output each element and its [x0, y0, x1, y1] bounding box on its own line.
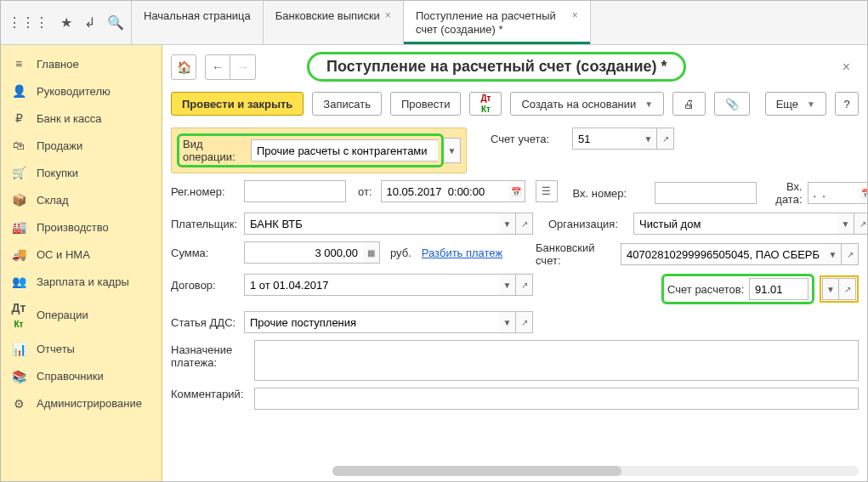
sidebar-item-warehouse[interactable]: 📦Склад — [1, 186, 162, 213]
sidebar: ≡Главное 👤Руководителю ₽Банк и касса 🛍Пр… — [1, 45, 162, 481]
write-button[interactable]: Записать — [312, 92, 382, 116]
sidebar-item-admin[interactable]: ⚙Администрирование — [1, 390, 162, 417]
star-icon[interactable]: ★ — [60, 14, 72, 31]
settle-acc-open[interactable]: ↗ — [839, 278, 856, 300]
tab-receipt[interactable]: Поступление на расчетный счет (создание)… — [404, 1, 591, 44]
bankacc-dropdown[interactable]: ▼ — [825, 243, 842, 265]
split-payment-link[interactable]: Разбить платеж — [422, 247, 502, 259]
sidebar-item-manager[interactable]: 👤Руководителю — [1, 77, 162, 105]
comment-input[interactable] — [254, 388, 859, 410]
sidebar-item-bank[interactable]: ₽Банк и касса — [1, 105, 162, 132]
in-date-input[interactable] — [808, 182, 859, 204]
account-input[interactable] — [572, 128, 640, 150]
date-picker[interactable]: 📅 — [508, 180, 525, 202]
sidebar-item-refs[interactable]: 📚Справочники — [1, 363, 162, 390]
post-and-close-button[interactable]: Провести и закрыть — [171, 92, 304, 116]
from-label: от: — [358, 185, 372, 198]
in-date-picker[interactable]: 📅 — [859, 182, 867, 204]
account-dropdown[interactable]: ▼ — [640, 128, 657, 150]
account-label: Счет учета: — [491, 133, 567, 145]
chevron-down-icon: ▼ — [807, 99, 815, 109]
sum-input[interactable] — [244, 241, 363, 264]
history-icon[interactable]: ↲ — [84, 14, 95, 31]
settle-acc-dropdown[interactable]: ▼ — [822, 278, 839, 300]
attach-button[interactable]: 📎 — [714, 92, 750, 116]
topbar-icons: ⋮⋮⋮ ★ ↲ 🔍 — [1, 1, 132, 44]
print-button[interactable]: 🖨 — [672, 92, 706, 116]
dtkt-button[interactable]: ДтКт — [469, 92, 502, 116]
sidebar-item-main[interactable]: ≡Главное — [1, 50, 162, 77]
op-type-combo[interactable] — [251, 139, 438, 162]
date-input[interactable] — [381, 180, 508, 202]
in-no-input[interactable] — [655, 182, 757, 204]
sidebar-item-sales[interactable]: 🛍Продажи — [1, 132, 162, 159]
horizontal-scrollbar[interactable] — [332, 466, 859, 476]
dds-dropdown[interactable]: ▼ — [499, 311, 516, 333]
purpose-input[interactable] — [254, 340, 859, 381]
box-icon: 📦 — [11, 193, 26, 207]
post-button[interactable]: Провести — [390, 92, 462, 116]
dds-input[interactable] — [244, 311, 499, 333]
create-based-button[interactable]: Создать на основании▼ — [510, 92, 664, 116]
op-type-band: Вид операции: ▼ — [171, 128, 467, 173]
tab-label: Начальная страница — [144, 9, 251, 23]
sidebar-item-salary[interactable]: 👥Зарплата и кадры — [1, 268, 162, 295]
chart-icon: 📊 — [11, 343, 26, 356]
home-button[interactable]: 🏠 — [171, 54, 196, 80]
tab-home[interactable]: Начальная страница — [132, 1, 264, 44]
apps-icon[interactable]: ⋮⋮⋮ — [8, 14, 48, 31]
payer-dropdown[interactable]: ▼ — [499, 213, 516, 235]
help-button[interactable]: ? — [835, 92, 859, 116]
payer-open[interactable]: ↗ — [516, 213, 533, 235]
sidebar-item-label: Покупки — [37, 167, 78, 179]
settle-acc-highlight: Счет расчетов: — [661, 274, 814, 304]
list-button[interactable]: ☰ — [536, 180, 558, 202]
cart-icon: 🛒 — [11, 166, 26, 179]
org-open[interactable]: ↗ — [854, 213, 867, 235]
close-icon[interactable]: × — [572, 9, 578, 21]
account-open[interactable]: ↗ — [657, 128, 674, 150]
sum-calc[interactable]: ▦ — [363, 241, 380, 264]
ruble-icon: ₽ — [11, 111, 26, 125]
contract-dropdown[interactable]: ▼ — [499, 274, 516, 296]
page-title: Поступление на расчетный счет (создание)… — [307, 52, 686, 82]
close-form-button[interactable]: × — [842, 60, 859, 75]
sidebar-item-label: Склад — [37, 194, 69, 207]
in-no-label: Вх. номер: — [573, 187, 650, 200]
dds-open[interactable]: ↗ — [516, 311, 533, 333]
contract-open[interactable]: ↗ — [516, 274, 533, 296]
form-header: 🏠 ← → Поступление на расчетный счет (соз… — [162, 45, 867, 88]
close-icon[interactable]: × — [385, 9, 391, 21]
truck-icon: 🚚 — [11, 247, 26, 261]
sidebar-item-reports[interactable]: 📊Отчеты — [1, 336, 162, 363]
sidebar-item-operations[interactable]: ДтКтОперации — [1, 295, 162, 336]
settle-acc-input[interactable] — [749, 278, 808, 300]
contract-input[interactable] — [244, 274, 499, 296]
bankacc-input[interactable] — [621, 243, 825, 265]
people-icon: 👥 — [11, 275, 26, 288]
org-input[interactable] — [633, 213, 837, 235]
org-dropdown[interactable]: ▼ — [837, 213, 854, 235]
gear-icon: ⚙ — [11, 397, 26, 411]
more-button[interactable]: Еще▼ — [765, 92, 826, 116]
payer-input[interactable] — [244, 213, 499, 235]
settle-acc-label: Счет расчетов: — [667, 283, 749, 296]
op-type-input[interactable] — [251, 139, 438, 162]
sidebar-item-assets[interactable]: 🚚ОС и НМА — [1, 241, 162, 268]
forward-button[interactable]: → — [230, 54, 256, 80]
regno-label: Рег.номер: — [171, 185, 239, 198]
settle-acc-btns: ▼ ↗ — [820, 275, 859, 303]
bankacc-open[interactable]: ↗ — [842, 243, 859, 265]
bag-icon: 🛍 — [11, 139, 26, 152]
scrollbar-thumb[interactable] — [332, 466, 621, 476]
op-type-dropdown[interactable]: ▼ — [444, 138, 461, 163]
tab-bank-statements[interactable]: Банковские выписки × — [264, 1, 404, 44]
app-window: ⋮⋮⋮ ★ ↲ 🔍 Начальная страница Банковские … — [0, 0, 868, 482]
nav-group: ← → — [205, 54, 256, 80]
bankacc-label: Банковский счет: — [536, 241, 616, 267]
search-icon[interactable]: 🔍 — [107, 14, 124, 31]
regno-input[interactable] — [244, 180, 346, 202]
sidebar-item-purchases[interactable]: 🛒Покупки — [1, 159, 162, 186]
back-button[interactable]: ← — [205, 54, 230, 80]
sidebar-item-production[interactable]: 🏭Производство — [1, 213, 162, 241]
